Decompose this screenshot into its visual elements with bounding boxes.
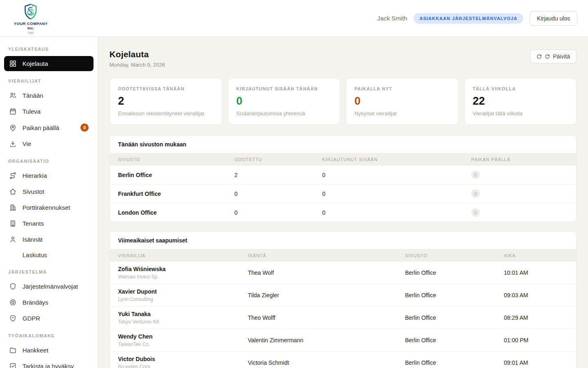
sidebar-item-export-visitors[interactable]: Vie [4, 136, 94, 151]
sidebar-item-on-site[interactable]: Paikan päällä 0 [4, 120, 94, 135]
download-icon [9, 140, 17, 148]
check-square-icon [9, 362, 17, 368]
column-header-signed-in: KIRJAUTUNUT SISÄÄN [314, 153, 463, 166]
logo-shield-icon [22, 3, 40, 21]
recent-arrivals-card: Viimeaikaiset saapumiset VIERAILIJA ISÄN… [109, 231, 577, 368]
logout-button[interactable]: Kirjaudu ulos [530, 11, 577, 26]
user-name: Jack Smith [377, 15, 407, 22]
host-cell: Valentin Zimmermann [240, 329, 397, 352]
person-icon [9, 236, 17, 243]
on-site-pill: 0 [471, 171, 480, 179]
sidebar-item-gate-buildings[interactable]: Porttirakennukset [4, 200, 94, 215]
column-header-site: SIVUSTO [397, 249, 496, 262]
host-cell: Victoria Schmidt [240, 352, 397, 368]
stat-value: 0 [354, 95, 450, 108]
visitor-name: Victor Dubois [118, 356, 240, 362]
signed-in-cell: 0 [314, 166, 463, 184]
home-icon [9, 188, 17, 195]
logo-sub-text: logo [28, 31, 33, 34]
column-header-visitor: VIERAILIJA [110, 249, 240, 262]
sidebar-item-projects[interactable]: Hankkeet [4, 343, 94, 358]
section-label-system: JÄRJESTELMÄ [0, 263, 98, 278]
sidebar-item-hierarchy[interactable]: Hierarkia [4, 168, 94, 183]
sidebar-item-admins[interactable]: Järjestelmänvalvojat [4, 279, 94, 294]
refresh-button[interactable]: Päivitä [530, 49, 577, 63]
column-header-expected: ODOTETTU [226, 153, 314, 166]
logo-company-text: YOUR COMPANY [14, 21, 48, 26]
stat-card-this-week: TÄLLÄ VIIKOLLA 22 Vierailijat tällä viik… [464, 78, 577, 125]
sidebar-item-label: Hierarkia [22, 172, 47, 179]
stat-card-on-site-now: PAIKALLA NYT 0 Nykyiset vierailijat [346, 78, 459, 125]
today-by-site-title: Tänään sivuston mukaan [110, 135, 576, 153]
sidebar-item-tenants[interactable]: Tenants [4, 216, 94, 231]
stat-subtext: Ennakkoon rekisteröityneet vierailijat [118, 110, 214, 117]
stat-value: 0 [236, 95, 332, 108]
site-cell: Frankfurt Office [110, 184, 226, 203]
expected-cell: 0 [226, 184, 314, 203]
sidebar-item-label: Porttirakennukset [22, 204, 70, 211]
sidebar-item-today[interactable]: Tänään [4, 88, 94, 103]
sidebar-item-dashboard[interactable]: Kojelauta [4, 56, 94, 71]
table-row: Wendy Chen TaiwanTek Co. Valentin Zimmer… [110, 329, 576, 352]
topbar: YOUR COMPANY Inc. logo Jack Smith ASIAKK… [0, 0, 588, 37]
section-label-timesheet: TYÖAIKALOMAKE [0, 327, 98, 342]
dashboard-icon [9, 60, 17, 67]
stat-subtext: Nykyiset vierailijat [354, 110, 450, 117]
sidebar-item-billing[interactable]: Laskutus [4, 248, 94, 262]
stat-label: KIRJAUTUNUT SISÄÄN TÄNÄÄN [236, 86, 332, 91]
stat-label: PAIKALLA NYT [354, 86, 450, 91]
section-label-visitors: VIERAILIJAT [0, 72, 98, 87]
stat-value: 2 [118, 95, 214, 108]
main-content: Kojelauta Monday, March 9, 2026 Päivitä … [98, 37, 588, 368]
hierarchy-icon [9, 172, 17, 180]
visitor-name: Zofia Wiśniewska [118, 266, 240, 272]
page-title: Kojelauta [109, 49, 165, 59]
shield-icon [9, 283, 17, 290]
visitor-name: Yuki Tanaka [118, 311, 240, 317]
calendar-icon [9, 108, 17, 115]
sidebar-item-label: Tenants [22, 220, 44, 227]
site-cell: Berlin Office [397, 329, 496, 352]
column-header-site: SIVUSTO [110, 153, 226, 166]
sidebar-item-hosts[interactable]: Isännät [4, 232, 94, 247]
company-logo: YOUR COMPANY Inc. logo [14, 3, 48, 34]
column-header-host: ISÄNTÄ [240, 249, 397, 262]
sidebar-item-review-approve[interactable]: Tarkista ja hyväksy [4, 359, 94, 368]
today-by-site-table: SIVUSTO ODOTETTU KIRJAUTUNUT SISÄÄN PAIK… [110, 153, 576, 222]
visitor-company: Tokyo Ventures KK [118, 319, 240, 325]
time-cell: 10:01 AM [496, 262, 576, 284]
section-label-organisation: ORGANISAATIO [0, 152, 98, 167]
stat-card-signed-in-today: KIRJAUTUNUT SISÄÄN TÄNÄÄN 0 Sisäänkirjau… [228, 78, 341, 125]
sidebar-item-label: Sivustot [22, 188, 44, 195]
time-cell: 09:03 AM [496, 284, 576, 307]
host-cell: Tilda Ziegler [240, 284, 397, 307]
sidebar-item-label: Tarkista ja hyväksy [22, 363, 74, 368]
building-icon [9, 204, 17, 211]
sidebar-item-sites[interactable]: Sivustot [4, 184, 94, 199]
sidebar-item-gdpr[interactable]: GDPR [4, 311, 94, 326]
column-header-on-site: PAIKAN PÄÄLLÄ [463, 153, 576, 166]
expected-cell: 2 [226, 166, 314, 184]
sidebar-item-branding[interactable]: Brändäys [4, 295, 94, 310]
visitor-name: Wendy Chen [118, 333, 240, 340]
page-date: Monday, March 9, 2026 [109, 62, 165, 68]
site-cell: Berlin Office [397, 284, 496, 307]
expected-cell: 0 [226, 203, 314, 222]
stat-label: ODOTETTAVISSA TÄNÄÄN [118, 86, 214, 91]
target-icon [9, 298, 17, 306]
table-row: Frankfurt Office 0 0 0 [110, 184, 576, 203]
sidebar-item-label: Kojelauta [22, 60, 48, 67]
map-pin-icon [9, 124, 17, 132]
refresh-icon [537, 54, 542, 59]
visitor-name: Xavier Dupont [118, 288, 240, 295]
table-row: Xavier Dupont Lyon Consulting Tilda Zieg… [110, 284, 576, 307]
stat-card-expected-today: ODOTETTAVISSA TÄNÄÄN 2 Ennakkoon rekiste… [109, 78, 222, 125]
sidebar-item-label: Paikan päällä [22, 124, 59, 131]
visitor-company: Warsaw Invest Sp. [118, 274, 240, 280]
stat-subtext: Vierailijat tällä viikolla [473, 110, 568, 117]
shield-dot-icon [9, 314, 17, 322]
table-row: Yuki Tanaka Tokyo Ventures KK Theo Wolff… [110, 307, 576, 329]
site-cell: Berlin Office [397, 262, 496, 284]
visitor-company: Bruxelles Corp [118, 364, 240, 368]
sidebar-item-upcoming[interactable]: Tuleva [4, 104, 94, 119]
